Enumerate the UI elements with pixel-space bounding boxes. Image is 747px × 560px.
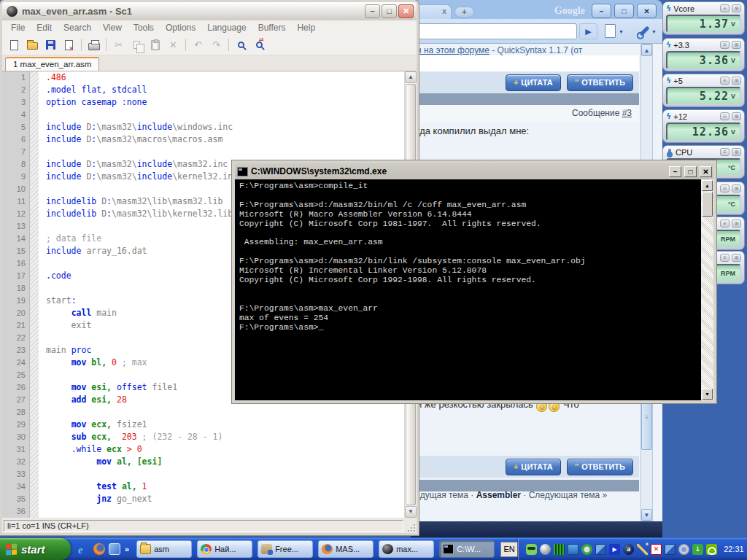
open-icon[interactable] <box>24 37 41 52</box>
fold-margin[interactable] <box>30 171 39 183</box>
quote-button[interactable]: +ЦИТАТА <box>506 459 561 475</box>
address-bar[interactable] <box>411 23 577 39</box>
editor-minimize-button[interactable]: – <box>365 4 380 18</box>
scrollbar-thumb[interactable] <box>702 192 713 217</box>
panel-close-icon[interactable]: ⊗ <box>732 219 741 228</box>
fold-margin[interactable] <box>30 456 39 468</box>
panel-close-icon[interactable]: ⊗ <box>732 184 741 192</box>
cut-icon[interactable]: ✂ <box>110 37 127 52</box>
panel-close-icon[interactable]: ⊗ <box>732 254 741 262</box>
fold-margin[interactable] <box>30 109 39 121</box>
fold-margin[interactable] <box>30 282 39 295</box>
panel-menu-icon[interactable]: ≡ <box>720 184 729 192</box>
menu-file[interactable]: File <box>5 23 31 33</box>
panel-close-icon[interactable]: ⊗ <box>732 4 741 12</box>
delete-icon[interactable]: ✕ <box>165 37 182 52</box>
cmd-close-button[interactable]: ✕ <box>700 166 712 177</box>
editor-titlebar[interactable]: max_even_arr.asm - Sc1 – □ ✕ <box>2 2 417 20</box>
fold-margin[interactable] <box>30 357 39 369</box>
scroll-down-icon[interactable]: ▼ <box>405 506 417 518</box>
panel-close-icon[interactable]: ⊗ <box>732 112 741 120</box>
fold-margin[interactable] <box>30 146 39 158</box>
task-button-max[interactable]: max... <box>379 540 434 558</box>
quick-launch-bluedoc-icon[interactable] <box>109 543 120 555</box>
scroll-down-icon[interactable]: ▼ <box>702 389 713 400</box>
fold-margin[interactable] <box>30 369 39 381</box>
page-menu-icon[interactable] <box>605 24 616 38</box>
fold-margin[interactable] <box>30 505 39 518</box>
browser-minimize-button[interactable]: – <box>592 4 611 18</box>
panel-menu-icon[interactable]: ≡ <box>720 112 729 120</box>
panel-menu-icon[interactable]: ≡ <box>720 254 729 262</box>
tray-alert-icon[interactable] <box>651 544 662 555</box>
fold-margin[interactable] <box>30 71 39 84</box>
tray-wand-icon[interactable] <box>637 544 648 555</box>
monitor-panel-+5[interactable]: ϟ+5≡⊗5.22V <box>662 74 745 107</box>
quote-button[interactable]: +ЦИТАТА <box>506 74 561 91</box>
scroll-up-icon[interactable]: ▲ <box>702 180 713 191</box>
fold-margin[interactable] <box>30 195 39 208</box>
forum-topic-link[interactable]: н на этом форуме <box>417 45 489 55</box>
editor-maximize-button[interactable]: □ <box>382 4 397 18</box>
tray-download-icon[interactable] <box>692 544 703 555</box>
browser-close-button[interactable]: ✕ <box>637 4 657 18</box>
quick-launch-chevron-icon[interactable]: » <box>125 545 129 553</box>
tray-grid-icon[interactable] <box>554 544 565 555</box>
menu-search[interactable]: Search <box>58 23 97 33</box>
menu-tools[interactable]: Tools <box>128 23 160 33</box>
panel-menu-icon[interactable]: ≡ <box>720 77 729 85</box>
file-tab[interactable]: 1 max_even_arr.asm <box>5 57 99 71</box>
task-button-asm[interactable]: asm <box>136 540 192 558</box>
tray-network-icon[interactable] <box>595 544 606 555</box>
task-button-MAS[interactable]: MAS... <box>318 540 374 558</box>
new-tab-button[interactable]: + <box>454 7 474 18</box>
menu-help[interactable]: Help <box>291 23 321 33</box>
fold-margin[interactable] <box>30 257 39 270</box>
fold-margin[interactable] <box>30 208 39 220</box>
reply-button[interactable]: ”ОТВЕТИТЬ <box>567 459 633 475</box>
panel-close-icon[interactable]: ⊗ <box>732 148 741 156</box>
menu-options[interactable]: Options <box>160 23 201 33</box>
tray-network-icon[interactable] <box>665 544 676 555</box>
cmd-scrollbar[interactable]: ▲ ▼ <box>701 179 713 400</box>
task-button-CW[interactable]: C:\W... <box>439 540 495 558</box>
wrench-menu-dropdown-icon[interactable]: ▼ <box>651 29 657 34</box>
tray-player-icon[interactable] <box>609 544 620 555</box>
tray-sphere-icon[interactable] <box>540 544 551 555</box>
cmd-maximize-button[interactable]: □ <box>684 166 697 177</box>
fold-margin[interactable] <box>30 394 39 406</box>
tray-speaker-icon[interactable] <box>678 544 689 555</box>
paste-icon[interactable] <box>147 37 163 52</box>
menu-language[interactable]: Language <box>201 23 252 33</box>
resize-grip[interactable] <box>406 523 415 532</box>
fold-margin[interactable] <box>30 307 39 319</box>
clock[interactable]: 22:31 <box>724 545 744 553</box>
tab-close-icon[interactable]: x <box>442 7 446 15</box>
quick-launch-ie-icon[interactable] <box>78 543 90 555</box>
cmd-titlebar[interactable]: C:\WINDOWS\system32\cmd.exe – □ ✕ <box>235 163 713 179</box>
panel-menu-icon[interactable]: ≡ <box>720 4 729 12</box>
cmd-minimize-button[interactable]: – <box>669 166 681 177</box>
panel-menu-icon[interactable]: ≡ <box>720 219 729 228</box>
browser-maximize-button[interactable]: □ <box>614 4 634 18</box>
fold-margin[interactable] <box>30 183 39 195</box>
fold-margin[interactable] <box>30 419 39 431</box>
task-button-[interactable]: Най... <box>197 540 252 558</box>
panel-menu-icon[interactable]: ≡ <box>720 148 729 156</box>
save-icon[interactable] <box>42 37 59 52</box>
fold-margin[interactable] <box>30 295 39 307</box>
find-icon[interactable] <box>233 37 249 52</box>
new-icon[interactable] <box>6 37 23 52</box>
replace-icon[interactable] <box>251 37 268 52</box>
reply-button[interactable]: ”ОТВЕТИТЬ <box>567 74 633 91</box>
fold-margin[interactable] <box>30 481 39 493</box>
editor-close-button[interactable]: ✕ <box>398 4 414 18</box>
page-menu-dropdown-icon[interactable]: ▼ <box>619 29 624 34</box>
message-number-link[interactable]: #3 <box>622 108 632 118</box>
fold-margin[interactable] <box>30 468 39 481</box>
fold-margin[interactable] <box>30 270 39 282</box>
language-indicator[interactable]: EN <box>500 542 518 557</box>
scroll-up-icon[interactable]: ▲ <box>405 71 417 83</box>
scroll-down-icon[interactable]: ▼ <box>641 509 652 521</box>
fold-margin[interactable] <box>30 233 39 245</box>
